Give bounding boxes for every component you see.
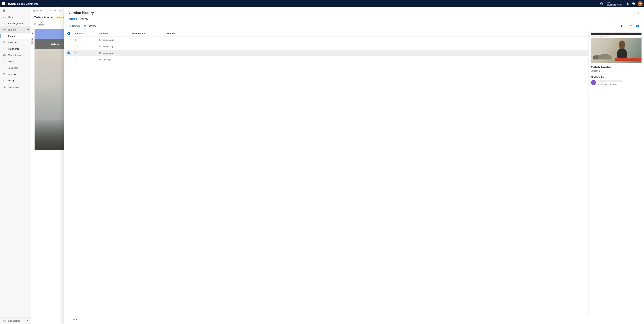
col-modified[interactable]: Modified xyxy=(98,32,132,35)
version-thumbnail: Buy 3 or more surf products and get 25% … xyxy=(591,32,642,63)
image-icon xyxy=(3,54,6,56)
sidebar-item-layouts[interactable]: Layouts xyxy=(0,71,31,77)
sidebar-item-label: Design xyxy=(8,79,15,82)
svg-rect-6 xyxy=(2,4,3,5)
col-modified-by[interactable]: Modified by xyxy=(132,32,166,35)
sidebar-item-home[interactable]: Home xyxy=(0,14,31,20)
preview-button-toolbar[interactable]: Preview xyxy=(45,9,56,12)
col-version[interactable]: Version↓ xyxy=(75,32,98,35)
restore-button[interactable]: Restore xyxy=(68,25,80,27)
hamburger-icon xyxy=(44,43,48,46)
info-icon[interactable]: i xyxy=(635,24,640,28)
row-checkbox[interactable] xyxy=(68,38,70,41)
outline-label: Outline xyxy=(31,38,33,44)
svg-point-12 xyxy=(4,29,5,30)
filter-icon[interactable] xyxy=(619,24,624,28)
close-button[interactable]: Close xyxy=(68,317,80,322)
content-area: Delete Preview Caleb Foster Published, T… xyxy=(31,7,644,324)
tag-icon xyxy=(3,41,6,44)
svg-point-15 xyxy=(4,49,5,50)
sort-down-icon: ↓ xyxy=(84,32,85,34)
tab-activity[interactable]: Activity xyxy=(81,17,88,22)
sidebar-item-media[interactable]: Media library xyxy=(0,52,31,58)
svg-rect-17 xyxy=(4,73,5,75)
sidebar-item-urls[interactable]: URLs xyxy=(0,58,31,65)
sidebar-item-templates[interactable]: Templates xyxy=(0,65,31,71)
svg-rect-22 xyxy=(44,43,48,43)
tab-version[interactable]: Version xyxy=(68,17,77,22)
select-all-checkbox[interactable] xyxy=(68,32,70,35)
svg-point-14 xyxy=(5,48,5,48)
svg-rect-11 xyxy=(3,11,5,11)
svg-rect-10 xyxy=(3,10,5,11)
cell-modified: 34 minutes ago xyxy=(98,45,132,48)
expand-outline-button[interactable] xyxy=(31,31,34,36)
svg-rect-9 xyxy=(3,9,5,10)
modified-by-name-redacted xyxy=(598,80,623,82)
preview-button[interactable]: Preview xyxy=(84,25,96,27)
home-icon xyxy=(3,16,6,18)
collapse-sidebar-button[interactable] xyxy=(0,7,31,14)
app-launcher-icon[interactable] xyxy=(1,1,6,6)
notifications-icon[interactable] xyxy=(624,1,630,7)
sidebar-item-site-settings[interactable]: Site settings xyxy=(0,318,31,324)
version-history-panel: Version history Version Activity Restore… xyxy=(64,7,644,324)
sidebar-item-label: Media library xyxy=(8,54,21,56)
details-title: Caleb Foster xyxy=(591,65,642,69)
cell-modified: 34 minutes ago xyxy=(98,52,132,54)
svg-rect-2 xyxy=(4,2,5,3)
fragments-icon xyxy=(3,47,6,50)
svg-rect-4 xyxy=(3,3,4,4)
site-logo-preview: Adven xyxy=(51,42,60,46)
sidebar-item-products[interactable]: Products xyxy=(0,39,31,45)
svg-point-18 xyxy=(4,86,4,87)
sidebar-item-fragments[interactable]: Fragments xyxy=(0,45,31,52)
col-comment[interactable]: Comment xyxy=(166,32,587,35)
page-title: Caleb Foster xyxy=(34,15,54,19)
chart-icon xyxy=(3,79,6,82)
cell-version: 2 xyxy=(75,45,98,48)
app-title: Dynamics 365 Commerce xyxy=(8,2,38,5)
svg-point-21 xyxy=(34,23,35,24)
svg-rect-0 xyxy=(2,2,3,3)
sidebar-item-label: Products xyxy=(8,41,17,44)
svg-rect-16 xyxy=(3,54,5,56)
row-checkbox[interactable] xyxy=(68,58,70,61)
sidebar-item-live-site[interactable]: Live site xyxy=(0,26,31,33)
people-icon xyxy=(3,86,6,88)
sort-icon[interactable] xyxy=(627,24,632,28)
table-row[interactable]: 2 34 minutes ago xyxy=(66,43,588,50)
sidebar-item-publish-groups[interactable]: Publish groups xyxy=(0,20,31,26)
target-icon xyxy=(34,23,36,25)
sidebar-item-label: URLs xyxy=(8,60,14,63)
sidebar-item-design[interactable]: Design xyxy=(0,77,31,84)
globe-icon[interactable] xyxy=(598,1,604,7)
sidebar-item-label: Home xyxy=(8,16,14,18)
sidebar-item-label: Audiences xyxy=(8,86,18,88)
sidebar-item-label: Publish groups xyxy=(8,22,23,25)
row-checkbox[interactable] xyxy=(68,45,70,48)
table-row[interactable]: 3 33 minutes ago xyxy=(66,37,588,43)
share-button[interactable] xyxy=(59,9,62,12)
delete-button[interactable]: Delete xyxy=(33,9,42,12)
sidebar-item-audiences[interactable]: Audiences xyxy=(0,84,31,90)
help-icon[interactable] xyxy=(630,1,636,7)
target-value: Default xyxy=(38,23,44,26)
updown-icon xyxy=(27,29,29,31)
sidebar-item-pages[interactable]: Pages xyxy=(0,33,31,39)
table-row[interactable]: 1 34 minutes ago xyxy=(66,50,588,56)
user-avatar[interactable]: NH xyxy=(638,1,643,6)
modified-date: 6/15/2022, 2:07 PM xyxy=(598,83,623,86)
site-selector[interactable]: Site adventure works xyxy=(606,1,622,6)
svg-point-19 xyxy=(4,321,5,321)
gear-icon xyxy=(3,320,6,322)
close-icon[interactable] xyxy=(636,11,641,15)
cell-version: 3 xyxy=(75,39,98,41)
row-checkbox[interactable] xyxy=(68,51,70,54)
persona-coin: N xyxy=(591,80,596,85)
svg-point-13 xyxy=(3,48,4,48)
topbar: Dynamics 365 Commerce Site adventure wor… xyxy=(0,0,644,7)
layout-icon xyxy=(3,73,6,75)
table-row[interactable]: 0 47 days ago xyxy=(66,56,588,63)
svg-rect-1 xyxy=(3,2,4,3)
